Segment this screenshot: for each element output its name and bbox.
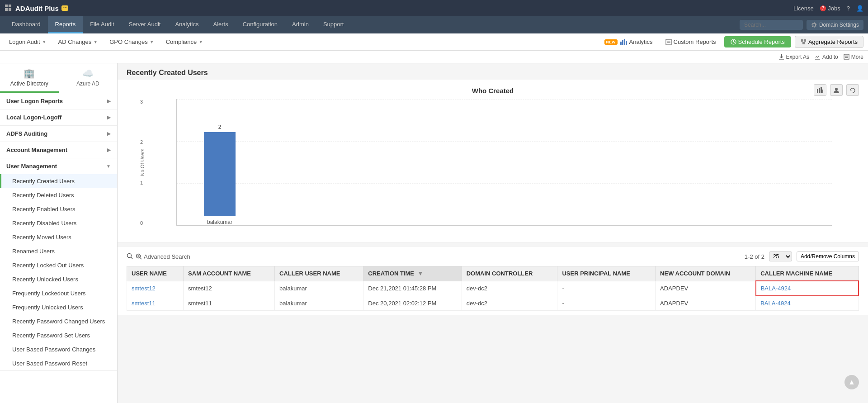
compliance-button[interactable]: Compliance ▼: [161, 37, 208, 47]
jobs-button[interactable]: 7 Jobs: [820, 5, 840, 12]
jobs-count-badge: 7: [820, 5, 826, 11]
compliance-chevron: ▼: [198, 39, 203, 44]
chart-user-icon-button[interactable]: [830, 84, 843, 96]
domain-settings-button[interactable]: Domain Settings: [807, 20, 863, 30]
sidebar-item-recently-password-changed-users[interactable]: Recently Password Changed Users: [0, 314, 117, 328]
nav-tab-alerts[interactable]: Alerts: [206, 16, 235, 33]
ad-changes-label: AD Changes: [58, 38, 92, 45]
chart-container: 2 balakumar: [176, 99, 832, 226]
ad-changes-button[interactable]: AD Changes ▼: [54, 37, 103, 47]
analytics-label: Analytics: [629, 38, 653, 45]
cell-user-name-1[interactable]: smtest12: [127, 281, 184, 296]
sidebar-item-recently-created-users[interactable]: Recently Created Users: [0, 174, 117, 188]
per-page-select[interactable]: 25 50 100: [769, 251, 792, 261]
col-new-account-domain[interactable]: NEW ACCOUNT DOMAIN: [656, 266, 756, 281]
local-logon-chevron: ▶: [107, 115, 111, 120]
sidebar-item-recently-enabled-users[interactable]: Recently Enabled Users: [0, 202, 117, 216]
nav-tab-file-audit[interactable]: File Audit: [83, 16, 121, 33]
logon-audit-button[interactable]: Logon Audit ▼: [5, 37, 51, 47]
svg-rect-9: [666, 39, 671, 45]
nav-tab-reports[interactable]: Reports: [48, 16, 83, 33]
chart-refresh-icon-button[interactable]: [846, 84, 859, 96]
nav-tab-analytics[interactable]: Analytics: [168, 16, 206, 33]
main-content: Recently Created Users: [118, 63, 868, 403]
sidebar-item-recently-locked-out-users[interactable]: Recently Locked Out Users: [0, 258, 117, 272]
user-menu-button[interactable]: 👤: [856, 5, 863, 12]
sidebar-item-recently-deleted-users[interactable]: Recently Deleted Users: [0, 188, 117, 202]
sidebar: 🏢 Active Directory ☁️ Azure AD User Logo…: [0, 63, 118, 403]
search-input[interactable]: [740, 20, 803, 30]
svg-rect-26: [821, 87, 822, 93]
svg-point-4: [813, 24, 816, 26]
svg-rect-3: [9, 8, 11, 11]
sidebar-item-renamed-users[interactable]: Renamed Users: [0, 244, 117, 258]
add-remove-columns-label: Add/Remove Columns: [801, 253, 855, 260]
col-sam-account-name[interactable]: SAM ACCOUNT NAME: [184, 266, 275, 281]
col-caller-machine-name[interactable]: CALLER MACHINE NAME: [756, 266, 859, 281]
caller-machine-link-2[interactable]: BALA-4924: [760, 300, 791, 307]
sub-nav-left: Logon Audit ▼ AD Changes ▼ GPO Changes ▼…: [5, 37, 208, 47]
nav-tab-admin[interactable]: Admin: [285, 16, 316, 33]
col-domain-controller[interactable]: DOMAIN CONTROLLER: [462, 266, 557, 281]
chart-bar-icon-button[interactable]: [814, 84, 826, 96]
nav-tab-support[interactable]: Support: [316, 16, 351, 33]
col-creation-time[interactable]: CREATION TIME ▼: [363, 266, 462, 281]
y-tick-1: 1: [140, 180, 143, 185]
schedule-reports-button[interactable]: Schedule Reports: [724, 36, 791, 47]
svg-rect-25: [819, 88, 820, 93]
sidebar-section-header-account-mgmt[interactable]: Account Management ▶: [0, 142, 117, 158]
help-button[interactable]: ?: [847, 5, 850, 12]
col-caller-user-name[interactable]: CALLER USER NAME: [275, 266, 363, 281]
sidebar-item-frequently-lockedout-users[interactable]: Frequently Lockedout Users: [0, 286, 117, 300]
bar-value-label: 2: [218, 124, 222, 130]
analytics-button[interactable]: NEW Analytics: [600, 37, 657, 47]
user-name-link-2[interactable]: smtest11: [132, 300, 156, 307]
gpo-changes-button[interactable]: GPO Changes ▼: [105, 37, 158, 47]
add-remove-columns-button[interactable]: Add/Remove Columns: [797, 251, 859, 261]
sidebar-section-header-adfs[interactable]: ADFS Auditing ▶: [0, 126, 117, 142]
sidebar-tab-azure-ad[interactable]: ☁️ Azure AD: [59, 63, 118, 93]
sidebar-item-recently-moved-users[interactable]: Recently Moved Users: [0, 230, 117, 244]
grid-icon: [5, 4, 13, 12]
add-to-button[interactable]: Add to: [815, 54, 838, 60]
cell-caller-machine-1[interactable]: BALA-4924: [756, 281, 859, 296]
nav-tab-dashboard[interactable]: Dashboard: [5, 16, 48, 33]
col-user-principal-name[interactable]: USER PRINCIPAL NAME: [557, 266, 656, 281]
svg-point-28: [835, 88, 838, 90]
sidebar-item-recently-password-set-users[interactable]: Recently Password Set Users: [0, 328, 117, 342]
sidebar-item-recently-unlocked-users[interactable]: Recently Unlocked Users: [0, 272, 117, 286]
body-layout: 🏢 Active Directory ☁️ Azure AD User Logo…: [0, 63, 868, 403]
chart-icons: [814, 84, 859, 96]
cell-caller-machine-2[interactable]: BALA-4924: [756, 296, 859, 311]
nav-tab-configuration[interactable]: Configuration: [236, 16, 285, 33]
table-toolbar-left: Advanced Search: [127, 253, 190, 261]
custom-reports-button[interactable]: Custom Reports: [661, 37, 721, 47]
table-body: smtest12 smtest12 balakumar Dec 21,2021 …: [127, 281, 859, 311]
sidebar-section-header-local-logon[interactable]: Local Logon-Logoff ▶: [0, 109, 117, 125]
sidebar-item-recently-disabled-users[interactable]: Recently Disabled Users: [0, 216, 117, 230]
caller-machine-link-1[interactable]: BALA-4924: [761, 285, 791, 292]
sidebar-item-user-based-password-changes[interactable]: User Based Password Changes: [0, 342, 117, 356]
advanced-search-button[interactable]: Advanced Search: [136, 253, 190, 260]
sidebar-item-frequently-unlocked-users[interactable]: Frequently Unlocked Users: [0, 300, 117, 314]
chart-bar-balakumar[interactable]: [204, 132, 236, 216]
export-as-button[interactable]: Export As: [778, 54, 809, 60]
more-button[interactable]: More: [844, 54, 863, 60]
table-header: USER NAME SAM ACCOUNT NAME CALLER USER N…: [127, 266, 859, 281]
custom-reports-icon: [665, 39, 672, 45]
col-user-name[interactable]: USER NAME: [127, 266, 184, 281]
scroll-to-top-button[interactable]: ▲: [844, 375, 859, 389]
sidebar-section-header-user-mgmt[interactable]: User Management ▼: [0, 158, 117, 174]
sidebar-section-header-user-logon[interactable]: User Logon Reports ▶: [0, 93, 117, 109]
sidebar-tab-active-directory[interactable]: 🏢 Active Directory: [0, 63, 59, 93]
cell-user-name-2[interactable]: smtest11: [127, 296, 184, 311]
aggregate-reports-button[interactable]: Aggregate Reports: [795, 36, 863, 48]
nav-tab-server-audit[interactable]: Server Audit: [122, 16, 168, 33]
user-name-link-1[interactable]: smtest12: [132, 285, 156, 292]
domain-settings-label: Domain Settings: [819, 22, 859, 28]
sidebar-item-user-based-password-reset[interactable]: User Based Password Reset: [0, 356, 117, 370]
main-nav: Dashboard Reports File Audit Server Audi…: [0, 16, 868, 33]
gpo-changes-label: GPO Changes: [109, 38, 148, 45]
table-search-button[interactable]: [127, 253, 133, 261]
ad-changes-chevron: ▼: [93, 39, 98, 44]
